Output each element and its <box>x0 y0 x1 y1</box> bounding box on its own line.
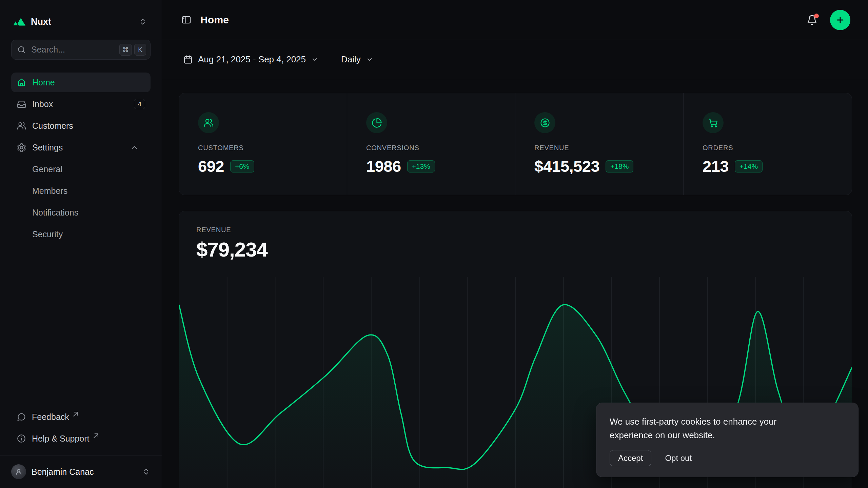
toolbar: Aug 21, 2025 - Sep 4, 2025 Daily <box>162 40 868 79</box>
stat-value: 213 <box>703 157 729 176</box>
shopping-cart-icon <box>708 118 718 128</box>
sidebar-item-security[interactable]: Security <box>11 224 151 244</box>
sidebar-nav: Home Inbox 4 Customers <box>11 73 151 244</box>
footer-link-label: Help & Support <box>32 434 90 444</box>
stat-value: 692 <box>198 157 224 176</box>
search-icon <box>17 45 26 54</box>
revenue-chart-total: $79,234 <box>196 238 834 261</box>
avatar <box>11 464 26 479</box>
inbox-icon <box>17 99 26 109</box>
nav-label: Inbox <box>32 99 53 109</box>
sidebar-footer: Feedback Help & Support <box>0 407 162 448</box>
topbar: Home <box>162 0 868 40</box>
message-bubble-icon <box>17 412 26 422</box>
add-button[interactable] <box>830 10 850 30</box>
external-link-icon <box>91 431 101 441</box>
revenue-card-header: REVENUE $79,234 <box>179 211 852 261</box>
stat-delta-badge: +14% <box>735 160 763 172</box>
sidebar: Nuxt Search... ⌘ K <box>0 0 162 488</box>
stat-conversions[interactable]: CONVERSIONS 1986 +13% <box>347 93 515 195</box>
chevron-down-icon <box>366 56 374 63</box>
workspace-name: Nuxt <box>31 17 51 27</box>
sidebar-item-inbox[interactable]: Inbox 4 <box>11 94 151 114</box>
conversions-icon-badge <box>366 112 387 133</box>
kbd-cmd: ⌘ <box>119 44 132 56</box>
stat-label: REVENUE <box>534 144 664 152</box>
stat-label: CONVERSIONS <box>366 144 496 152</box>
users-icon <box>203 118 214 128</box>
cookie-optout-button[interactable]: Opt out <box>665 453 692 463</box>
info-circle-icon <box>17 434 26 443</box>
footer-link-label: Feedback <box>32 412 69 422</box>
stat-label: ORDERS <box>703 144 833 152</box>
external-link-icon <box>71 409 80 419</box>
circle-dollar-icon <box>540 118 550 128</box>
person-icon <box>14 467 23 476</box>
kbd-k: K <box>134 44 146 56</box>
gear-icon <box>17 143 26 152</box>
nuxt-logo-icon <box>13 17 26 26</box>
sidebar-item-home[interactable]: Home <box>11 73 151 92</box>
nav-label: Customers <box>32 121 73 131</box>
granularity-select[interactable]: Daily <box>341 54 374 65</box>
chevron-up-icon <box>130 143 139 152</box>
cookie-banner: We use first-party cookies to enhance yo… <box>596 403 859 477</box>
app-root: Nuxt Search... ⌘ K <box>0 0 868 488</box>
user-menu[interactable]: Benjamin Canac <box>0 455 162 488</box>
granularity-label: Daily <box>341 54 361 65</box>
page-title: Home <box>200 14 229 26</box>
chevron-down-icon <box>311 56 319 63</box>
panel-left-icon <box>181 15 192 25</box>
cookie-message: We use first-party cookies to enhance yo… <box>610 415 795 442</box>
pie-chart-icon <box>372 118 382 128</box>
sidebar-spacer <box>0 244 162 407</box>
stat-delta-badge: +13% <box>407 160 435 172</box>
cookie-actions: Accept Opt out <box>610 450 845 466</box>
stat-delta-badge: +6% <box>230 160 254 172</box>
stat-customers[interactable]: CUSTOMERS 692 +6% <box>179 93 347 195</box>
sidebar-item-members[interactable]: Members <box>11 181 151 201</box>
user-name: Benjamin Canac <box>32 467 94 477</box>
orders-icon-badge <box>703 112 724 133</box>
stat-label: CUSTOMERS <box>198 144 328 152</box>
nav-label: General <box>32 164 62 174</box>
calendar-icon <box>183 55 193 64</box>
cookie-accept-button[interactable]: Accept <box>610 450 651 466</box>
help-support-link[interactable]: Help & Support <box>11 429 151 448</box>
sidebar-toggle-button[interactable] <box>181 15 192 25</box>
search-input[interactable]: Search... ⌘ K <box>11 40 151 60</box>
inbox-count-badge: 4 <box>134 99 145 109</box>
sidebar-item-settings[interactable]: Settings <box>11 138 151 157</box>
stats-card: CUSTOMERS 692 +6% CONVERSIONS 1986 <box>179 93 852 195</box>
stat-value: $415,523 <box>534 157 599 176</box>
sidebar-item-notifications[interactable]: Notifications <box>11 203 151 222</box>
date-range-label: Aug 21, 2025 - Sep 4, 2025 <box>198 54 306 65</box>
revenue-chart-label: REVENUE <box>196 226 834 234</box>
nav-label: Home <box>32 78 55 87</box>
plus-icon <box>835 15 845 25</box>
topbar-actions <box>806 10 850 30</box>
nav-label: Notifications <box>32 208 78 218</box>
notification-dot <box>814 14 819 18</box>
home-icon <box>17 78 26 87</box>
nav-label: Members <box>32 186 67 196</box>
notifications-button[interactable] <box>806 14 818 26</box>
sidebar-top: Nuxt Search... ⌘ K <box>0 0 162 244</box>
revenue-icon-badge <box>534 112 555 133</box>
users-icon <box>17 121 26 131</box>
nav-label: Settings <box>32 143 63 152</box>
workspace-selector[interactable]: Nuxt <box>11 11 151 32</box>
sidebar-item-customers[interactable]: Customers <box>11 116 151 136</box>
chevrons-up-down-icon <box>138 17 147 26</box>
search-placeholder: Search... <box>31 45 65 55</box>
sidebar-item-general[interactable]: General <box>11 159 151 179</box>
stat-revenue[interactable]: REVENUE $415,523 +18% <box>515 93 684 195</box>
stat-value: 1986 <box>366 157 401 176</box>
feedback-link[interactable]: Feedback <box>11 407 151 427</box>
chevrons-up-down-icon <box>142 467 151 476</box>
stat-orders[interactable]: ORDERS 213 +14% <box>684 93 852 195</box>
date-range-picker[interactable]: Aug 21, 2025 - Sep 4, 2025 <box>183 54 319 65</box>
nav-label: Security <box>32 229 63 239</box>
customers-icon-badge <box>198 112 219 133</box>
stat-delta-badge: +18% <box>606 160 633 172</box>
